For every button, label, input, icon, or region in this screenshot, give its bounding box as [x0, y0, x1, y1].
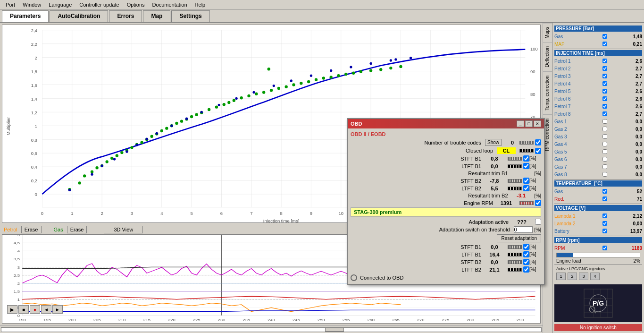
obd-minimize-button[interactable]: _ — [517, 120, 524, 127]
3dview-button[interactable]: 3D View — [104, 226, 143, 233]
svg-text:275: 275 — [442, 318, 450, 322]
stag-ltft-b1-unit: [%] — [529, 252, 541, 257]
next-button[interactable]: ► — [52, 305, 63, 314]
rpm-row: RPM 1180 — [554, 244, 642, 252]
adaptation-threshold-input[interactable] — [514, 226, 533, 233]
petrol2-checkbox[interactable] — [602, 66, 607, 71]
svg-point-106 — [268, 68, 270, 70]
map-checkbox[interactable] — [602, 42, 607, 46]
petrol4-checkbox[interactable] — [602, 81, 607, 86]
engine-rpm-checkbox[interactable] — [535, 200, 541, 206]
svg-point-92 — [180, 120, 183, 122]
petrol6-checkbox[interactable] — [602, 96, 607, 101]
svg-point-98 — [215, 105, 218, 108]
svg-text:4: 4 — [17, 249, 20, 253]
stft-b2-row: STFT B2 -7,8 [%] — [351, 178, 541, 184]
gas-temp-checkbox[interactable] — [602, 189, 607, 194]
right-panel-data: PRESSURE [Bar] Gas 1,48 MAP 0,21 INJECTI… — [552, 23, 644, 282]
gas1-checkbox[interactable] — [602, 119, 607, 124]
tab-bar: Parameters AutoCalibration Errors Map Se… — [0, 9, 644, 23]
menu-port[interactable]: Port — [2, 1, 19, 9]
svg-text:P/G: P/G — [593, 299, 604, 307]
tab-settings[interactable]: Settings — [171, 10, 209, 22]
tab-map[interactable]: Map — [143, 10, 170, 22]
trouble-checkbox[interactable] — [535, 139, 541, 145]
lambda2-checkbox[interactable] — [602, 221, 607, 226]
tab-autocalibration[interactable]: AutoCalibration — [50, 10, 108, 22]
obd-content: OBD II / EOBD Number of trouble codes Sh… — [348, 128, 544, 284]
scrollbar-track[interactable] — [1, 327, 542, 332]
gas3-checkbox[interactable] — [602, 134, 607, 139]
svg-text:225: 225 — [193, 318, 201, 322]
show-button[interactable]: Show — [485, 139, 502, 146]
red-temp-checkbox[interactable] — [602, 196, 607, 201]
obd-close-button[interactable]: ✕ — [534, 120, 541, 127]
side-tab-temp-correction[interactable]: Temp. correction — [543, 71, 552, 114]
svg-text:7: 7 — [250, 211, 252, 216]
ltft-b2-checkbox[interactable] — [523, 185, 529, 191]
gas7-checkbox[interactable] — [602, 164, 607, 169]
tab-parameters[interactable]: Parameters — [2, 10, 49, 22]
petrol7-checkbox[interactable] — [602, 104, 607, 109]
stag-stft-b1-checkbox[interactable] — [523, 244, 529, 250]
svg-text:5: 5 — [17, 235, 20, 237]
scrollbar-thumb[interactable] — [325, 328, 344, 332]
reset-adaptation-button[interactable]: Reset adaptation — [497, 234, 541, 242]
resultant-b2-label: Resultant trim B2 — [351, 193, 512, 198]
gas4-checkbox[interactable] — [602, 142, 607, 146]
gas6-checkbox[interactable] — [602, 157, 607, 162]
battery-checkbox[interactable] — [602, 229, 607, 233]
lambda1-checkbox[interactable] — [602, 213, 607, 218]
stft-b1-checkbox[interactable] — [523, 155, 529, 162]
side-tab-deflection[interactable]: Deflection — [543, 42, 552, 71]
stag-ltft-b2-unit: [%] — [529, 267, 541, 272]
petrol3-checkbox[interactable] — [602, 74, 607, 78]
svg-text:205: 205 — [93, 318, 101, 322]
gas2-row: Gas 2 0,0 — [554, 125, 642, 133]
engine-rpm-value: 1391 — [497, 200, 516, 206]
tab-errors[interactable]: Errors — [109, 10, 142, 22]
ltft-b1-checkbox[interactable] — [523, 163, 529, 169]
erase-gas-button[interactable]: Erase — [67, 226, 87, 233]
stft-b2-checkbox[interactable] — [523, 178, 529, 184]
main-area: 2,4 2,2 2 1,8 1,6 1,4 1,2 1 0,8 0,6 0,4 … — [0, 23, 644, 333]
stag-stft-b2-checkbox[interactable] — [523, 259, 529, 265]
stag-ltft-b1-checkbox[interactable] — [523, 251, 529, 257]
menu-help[interactable]: Help — [191, 1, 209, 9]
gas2-checkbox[interactable] — [602, 127, 607, 131]
svg-point-122 — [389, 67, 392, 69]
stop-button[interactable]: ■ — [18, 305, 29, 314]
obd-maximize-button[interactable]: □ — [525, 120, 533, 127]
horizontal-scrollbar[interactable] — [0, 325, 543, 333]
gas8-checkbox[interactable] — [602, 172, 607, 177]
menu-window[interactable]: Window — [19, 1, 45, 9]
petrol8-checkbox[interactable] — [602, 111, 607, 116]
menu-documentation[interactable]: Documentation — [149, 1, 191, 9]
petrol-button[interactable]: Petrol — [4, 227, 17, 232]
menu-options[interactable]: Options — [123, 1, 149, 9]
side-tab-maps[interactable]: Maps — [543, 23, 552, 42]
ltft-b1-value: 0,0 — [485, 163, 504, 169]
rpm-checkbox[interactable] — [602, 246, 607, 250]
gas-button[interactable]: Gas — [54, 227, 63, 232]
rpm-bar-track — [556, 253, 640, 257]
svg-text:1,6: 1,6 — [31, 83, 37, 88]
stag-ltft-b2-checkbox[interactable] — [523, 266, 529, 273]
petrol1-checkbox[interactable] — [602, 59, 607, 63]
svg-text:10: 10 — [338, 211, 343, 216]
play-button[interactable]: ▶ — [7, 305, 17, 314]
prev-button[interactable]: ◄ — [41, 305, 51, 314]
menu-language[interactable]: Language — [45, 1, 75, 9]
record-button[interactable]: ● — [30, 305, 40, 314]
petrol5-row: Petrol 5 2,6 — [554, 87, 642, 95]
erase-petrol-button[interactable]: Erase — [21, 226, 42, 233]
petrol5-checkbox[interactable] — [602, 89, 607, 94]
menu-controller-update[interactable]: Controller update — [75, 1, 123, 9]
stft-b1-row: STFT B1 0,8 [%] — [351, 155, 541, 162]
svg-text:5: 5 — [190, 211, 192, 216]
cl-checkbox[interactable] — [535, 148, 541, 154]
lambda1-row: Lambda 1 2,12 — [554, 212, 642, 220]
gas5-checkbox[interactable] — [602, 149, 607, 154]
adaptation-active-checkbox[interactable] — [535, 219, 541, 225]
gas-checkbox[interactable] — [602, 34, 607, 39]
